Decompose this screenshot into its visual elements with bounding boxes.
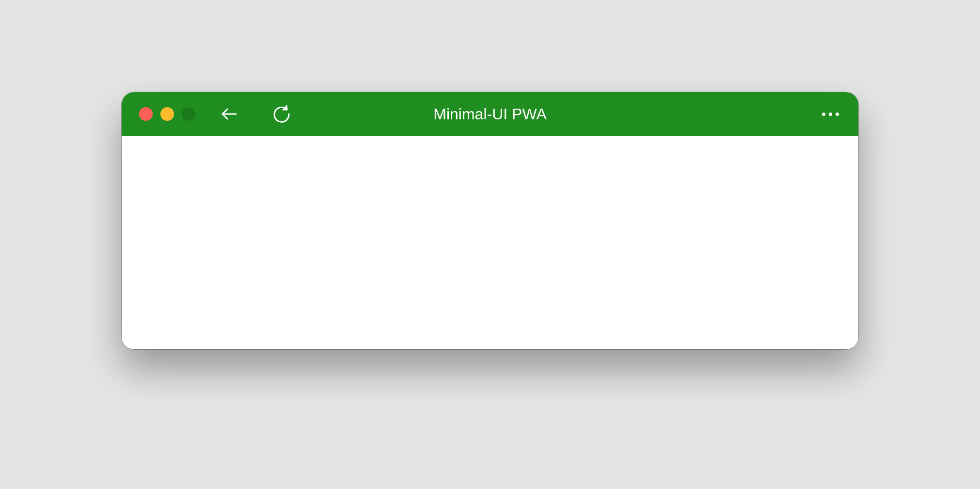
minimize-button[interactable] <box>160 107 174 121</box>
more-icon <box>822 113 839 116</box>
close-button[interactable] <box>139 107 153 121</box>
maximize-button[interactable] <box>182 107 195 121</box>
menu-button[interactable] <box>820 103 841 125</box>
app-window: Minimal-UI PWA <box>122 92 858 349</box>
window-title: Minimal-UI PWA <box>433 105 546 123</box>
titlebar: Minimal-UI PWA <box>122 92 858 136</box>
content-area <box>122 136 858 349</box>
traffic-lights <box>139 107 195 121</box>
reload-button[interactable] <box>271 103 292 125</box>
reload-icon <box>272 104 291 124</box>
back-button[interactable] <box>219 103 240 125</box>
arrow-left-icon <box>220 104 239 124</box>
nav-controls <box>219 103 292 125</box>
